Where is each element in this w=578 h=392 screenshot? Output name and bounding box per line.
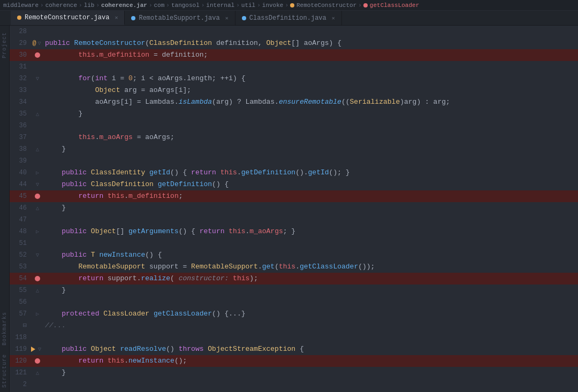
- fold-arrow-44[interactable]: ▽: [34, 181, 41, 188]
- fold-arrow-38[interactable]: △: [34, 146, 41, 152]
- bc-internal[interactable]: internal: [206, 2, 234, 9]
- code-line-45: 45 return this.m_definition;: [10, 190, 578, 202]
- tab-rematable-support[interactable]: RemotableSupport.java ✕: [125, 11, 235, 25]
- code-scroll: 28 29 @ ▽ public RemoteConstructor(Class…: [10, 26, 578, 392]
- fold-arrow-46[interactable]: △: [34, 205, 41, 211]
- fold-arrow-121[interactable]: △: [34, 370, 41, 376]
- sidebar-label-structure[interactable]: Structure: [2, 350, 7, 392]
- tab-label-2: RemotableSupport.java: [139, 14, 219, 22]
- bc-coherence[interactable]: coherence: [45, 2, 77, 9]
- code-line-53: 53 RemotableSupport support = RemotableS…: [10, 261, 578, 273]
- code-line-44: 44 ▽ public ClassDefinition getDefinitio…: [10, 179, 578, 190]
- code-line-28: 28: [10, 26, 578, 37]
- breakpoint-120[interactable]: [35, 358, 40, 364]
- code-line-33: 33 Object arg = aoArgs[i];: [10, 84, 578, 96]
- bc-jar[interactable]: coherence.jar: [101, 2, 147, 9]
- bc-class[interactable]: RemoteConstructor: [296, 2, 356, 9]
- code-area[interactable]: 28 29 @ ▽ public RemoteConstructor(Class…: [10, 26, 578, 392]
- fold-arrow-119[interactable]: ▽: [36, 346, 43, 352]
- code-line-31: 31: [10, 61, 578, 73]
- tab-close-1[interactable]: ✕: [115, 14, 118, 21]
- bc-tangosol[interactable]: tangosol: [171, 2, 200, 9]
- breadcrumb-bar: middleware › coherence › lib › coherence…: [0, 0, 578, 11]
- fold-arrow-55[interactable]: △: [34, 287, 41, 294]
- bc-invoke[interactable]: invoke: [262, 2, 284, 9]
- breakpoint-30[interactable]: [35, 52, 40, 58]
- tab-close-3[interactable]: ✕: [332, 15, 335, 21]
- tab-dot-blue-1: [131, 16, 135, 20]
- code-line-folded: ⊟ //...: [10, 320, 578, 332]
- code-line-37: 37 this.m_aoArgs = aoArgs;: [10, 132, 578, 143]
- fold-arrow-57[interactable]: ▷: [34, 311, 41, 317]
- code-line-54: 54 return support.realize( constructor: …: [10, 273, 578, 285]
- code-line-32: 32 ▽ for(int i = 0; i < aoArgs.length; +…: [10, 73, 578, 84]
- code-line-52: 52 ▽ public T newInstance() {: [10, 249, 578, 261]
- code-line-34: 34 aoArgs[i] = Lambdas.isLambda(arg) ? L…: [10, 96, 578, 108]
- tab-label-3: ClassDefinition.java: [249, 14, 326, 22]
- fold-arrow-48[interactable]: ▷: [34, 228, 41, 235]
- tab-remote-constructor[interactable]: RemoteConstructor.java ✕: [11, 11, 125, 25]
- code-line-55: 55 △ }: [10, 285, 578, 296]
- tab-bar: RemoteConstructor.java ✕ RemotableSuppor…: [0, 11, 578, 26]
- bc-com[interactable]: com: [154, 2, 165, 9]
- code-line-120: 120 return this.newInstance();: [10, 355, 578, 367]
- code-line-46: 46 △ }: [10, 202, 578, 214]
- code-line-2: 2: [10, 379, 578, 390]
- fold-arrow-52[interactable]: ▽: [34, 252, 41, 258]
- annotation-marker-29: @: [32, 40, 36, 47]
- left-sidebar: Project Bookmarks Structure: [0, 26, 10, 392]
- code-line-30: 30 this.m_definition = definition;: [10, 49, 578, 61]
- code-line-47: 47: [10, 214, 578, 226]
- code-line-36: 36: [10, 120, 578, 132]
- sidebar-label-project[interactable]: Project: [2, 28, 7, 63]
- code-line-51: 51: [10, 237, 578, 249]
- fold-arrow-32[interactable]: ▽: [34, 75, 41, 82]
- code-line-48: 48 ▷ public Object[] getArguments() { re…: [10, 226, 578, 237]
- tab-dot-orange: [17, 16, 21, 20]
- code-line-35: 35 △ }: [10, 108, 578, 120]
- fold-arrow-35[interactable]: △: [34, 111, 41, 117]
- method-icon: [363, 3, 368, 7]
- code-line-57: 57 ▷ protected ClassLoader getClassLoade…: [10, 308, 578, 320]
- breakpoint-54[interactable]: [35, 276, 40, 281]
- bc-middleware[interactable]: middleware: [3, 2, 39, 9]
- code-line-40: 40 ▷ public ClassIdentity getId() { retu…: [10, 167, 578, 179]
- sidebar-label-bookmarks[interactable]: Bookmarks: [2, 308, 7, 350]
- fold-arrow-29[interactable]: ▽: [36, 40, 43, 47]
- code-line-38: 38 △ }: [10, 143, 578, 155]
- tab-dot-blue-2: [242, 16, 246, 20]
- tab-label-1: RemoteConstructor.java: [25, 14, 109, 21]
- breakpoint-45[interactable]: [35, 194, 40, 199]
- code-line-119: 119 ▽ public Object readResolve() throws…: [10, 343, 578, 355]
- bc-lib[interactable]: lib: [84, 2, 95, 9]
- bc-util[interactable]: util: [241, 2, 255, 9]
- bookmark-119: [31, 347, 35, 352]
- main-layout: Project Bookmarks Structure 28 29 @ ▽ pu…: [0, 26, 578, 392]
- code-line-29: 29 @ ▽ public RemoteConstructor(ClassDef…: [10, 37, 578, 49]
- fold-arrow-40[interactable]: ▷: [34, 170, 41, 176]
- code-line-56: 56: [10, 296, 578, 308]
- tab-close-2[interactable]: ✕: [225, 15, 229, 21]
- class-icon: [290, 3, 294, 7]
- code-line-118: 118: [10, 332, 578, 343]
- bc-method[interactable]: getClassLoader: [370, 2, 419, 9]
- code-line-121: 121 △ }: [10, 367, 578, 379]
- code-line-39: 39: [10, 155, 578, 167]
- tab-class-definition[interactable]: ClassDefinition.java ✕: [235, 11, 342, 25]
